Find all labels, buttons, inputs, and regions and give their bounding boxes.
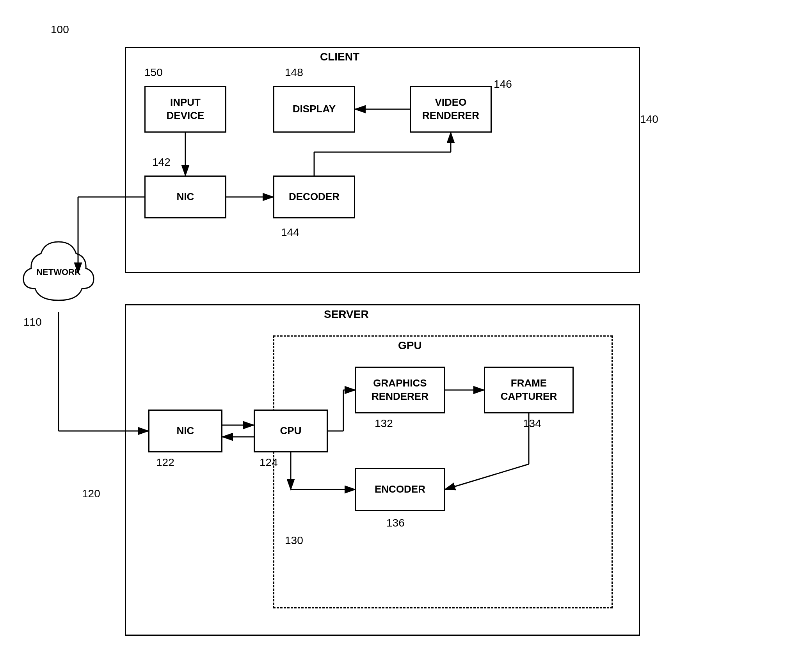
ref-148: 148: [285, 66, 303, 79]
video-renderer-box: VIDEORENDERER: [410, 86, 492, 133]
nic-server-box: NIC: [148, 410, 222, 452]
ref-132: 132: [375, 417, 393, 430]
nic-client-box: NIC: [144, 176, 226, 218]
diagram: 100 CLIENT 140 INPUTDEVICE 150 DISPLAY 1…: [0, 0, 800, 672]
ref-150: 150: [144, 66, 163, 79]
ref-120: 120: [82, 488, 100, 500]
ref-146: 146: [494, 78, 512, 90]
client-section: [125, 47, 640, 273]
ref-144: 144: [281, 226, 299, 239]
display-box: DISPLAY: [273, 86, 355, 133]
network-cloud: NETWORK: [16, 234, 101, 312]
input-device-box: INPUTDEVICE: [144, 86, 226, 133]
ref-136: 136: [386, 517, 405, 529]
gpu-label: GPU: [398, 339, 422, 352]
ref-124: 124: [260, 456, 278, 469]
server-label: SERVER: [324, 308, 369, 321]
encoder-box: ENCODER: [355, 468, 445, 511]
cpu-box: CPU: [254, 410, 328, 452]
decoder-box: DECODER: [273, 176, 355, 218]
ref-140: 140: [640, 113, 658, 126]
graphics-renderer-box: GRAPHICSRENDERER: [355, 367, 445, 413]
svg-text:NETWORK: NETWORK: [36, 267, 81, 277]
ref-130: 130: [285, 534, 303, 547]
ref-142: 142: [152, 156, 171, 168]
ref-134: 134: [523, 417, 541, 430]
ref-110: 110: [23, 316, 42, 328]
ref-100: 100: [51, 23, 69, 36]
ref-122: 122: [156, 456, 174, 469]
client-label: CLIENT: [320, 51, 359, 63]
frame-capturer-box: FRAMECAPTURER: [484, 367, 574, 413]
